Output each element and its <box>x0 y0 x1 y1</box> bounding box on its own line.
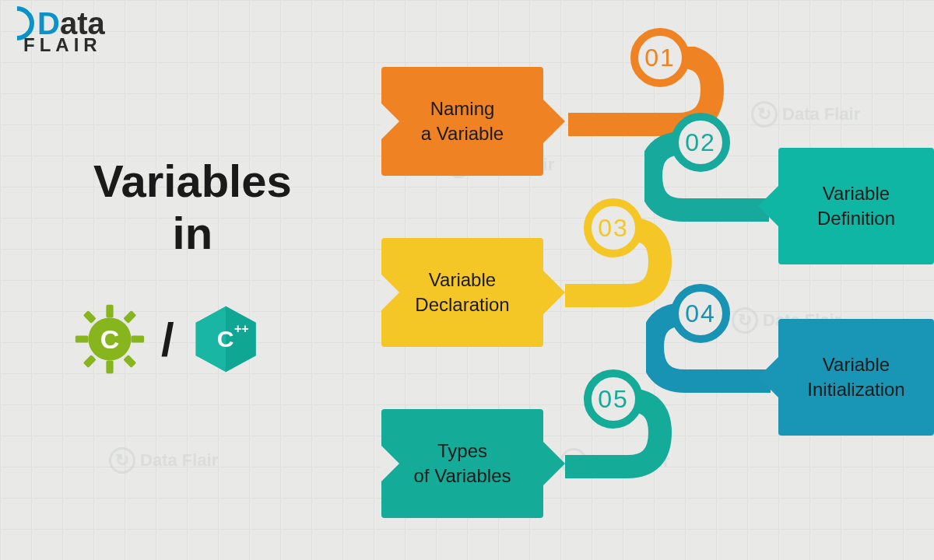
svg-rect-4 <box>132 335 145 342</box>
svg-rect-6 <box>123 310 136 324</box>
step-number-2: 02 <box>671 113 730 172</box>
cpp-plusplus: ++ <box>234 322 249 336</box>
step-number-4: 04 <box>671 284 730 343</box>
card-label: Naming a Variable <box>421 96 504 147</box>
card-types-of-variables: Types of Variables <box>381 409 543 518</box>
svg-rect-3 <box>75 335 89 342</box>
language-row: C / C ++ <box>74 303 262 375</box>
step-number-1: 01 <box>630 28 690 87</box>
title-line1: Variables <box>93 156 292 208</box>
c-gear-icon: C <box>74 303 146 375</box>
c-letter: C <box>100 324 120 355</box>
svg-rect-2 <box>106 361 113 374</box>
svg-rect-1 <box>106 305 113 318</box>
card-label: Variable Initialization <box>807 352 904 403</box>
page-title: Variables in <box>93 156 292 259</box>
watermark: ↻Data Flair <box>751 101 860 128</box>
title-line2: in <box>93 208 292 260</box>
watermark: ↻Data Flair <box>109 447 218 474</box>
logo-subtext: FLAIR <box>23 36 105 54</box>
card-label: Variable Definition <box>817 181 895 232</box>
cpp-letter: C <box>217 326 234 352</box>
dataflair-logo: D ata FLAIR <box>0 6 105 54</box>
cpp-hex-icon: C ++ <box>190 303 262 375</box>
card-label: Types of Variables <box>414 439 511 489</box>
card-variable-definition: Variable Definition <box>778 148 934 264</box>
card-variable-initialization: Variable Initialization <box>778 319 934 436</box>
svg-rect-8 <box>123 355 136 368</box>
svg-rect-5 <box>83 310 97 324</box>
slash: / <box>161 313 174 366</box>
card-label: Variable Declaration <box>415 268 509 318</box>
card-variable-declaration: Variable Declaration <box>381 238 543 347</box>
step-number-3: 03 <box>584 198 643 257</box>
step-number-5: 05 <box>584 369 643 429</box>
svg-rect-7 <box>83 355 97 368</box>
card-naming-variable: Naming a Variable <box>381 67 543 176</box>
